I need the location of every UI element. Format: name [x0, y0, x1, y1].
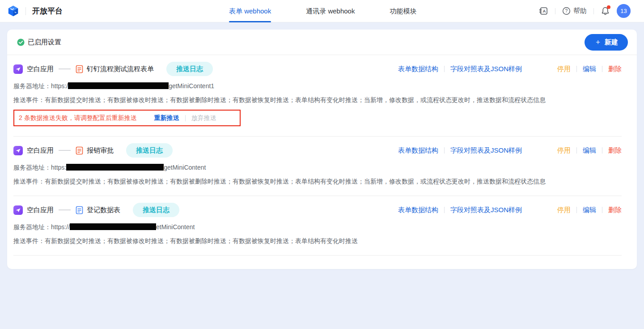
edit-link[interactable]: 编辑 — [583, 65, 596, 73]
action-divider — [576, 207, 577, 213]
card-header: 已启用设置 ＋ 新建 — [7, 30, 637, 55]
action-divider — [602, 66, 602, 72]
link-divider — [444, 66, 445, 72]
tab-label: 功能模块 — [390, 7, 416, 16]
server-address-row: 服务器地址：https://etMiniContent — [13, 222, 622, 231]
push-log-button[interactable]: 推送日志 — [166, 62, 213, 76]
form-data-structure-link[interactable]: 表单数据结构 — [398, 206, 438, 214]
app-icon — [13, 205, 23, 215]
app-name: 空白应用 — [27, 146, 54, 155]
brand: 开放平台 — [7, 5, 63, 17]
help-button[interactable]: ? 帮助 — [562, 7, 587, 15]
create-new-label: 新建 — [605, 38, 618, 47]
webhook-entry-list: 空白应用 钉钉流程测试流程表单 推送日志 表单数据结构 — [7, 55, 637, 260]
push-failure-message: 2 条数据推送失败，请调整配置后重新推送 — [19, 114, 137, 122]
webhook-entry: 空白应用 钉钉流程测试流程表单 推送日志 表单数据结构 — [13, 55, 622, 137]
delete-link[interactable]: 删除 — [608, 146, 622, 155]
top-navigation-bar: 开放平台 表单 webhook 通讯录 webhook 功能模块 A ? 帮助 — [0, 0, 644, 22]
create-new-button[interactable]: ＋ 新建 — [585, 34, 628, 51]
delete-link[interactable]: 删除 — [608, 206, 622, 214]
server-address-prefix: 服务器地址：https:// — [13, 223, 70, 231]
action-divider — [602, 207, 602, 213]
page-title: 开放平台 — [32, 6, 63, 16]
notification-bell-icon[interactable] — [601, 6, 610, 16]
push-events-row: 推送事件：有新数据提交时推送；有数据被修改时推送；有数据被删除时推送；有数据被恢… — [13, 236, 622, 245]
topbar-actions: A ? 帮助 13 — [539, 4, 631, 18]
translate-icon[interactable]: A — [539, 6, 548, 16]
connector-line — [59, 150, 71, 151]
redacted-url-bar — [68, 82, 169, 89]
plus-icon: ＋ — [594, 38, 602, 47]
field-mapping-json-link[interactable]: 字段对照表及JSON样例 — [450, 146, 522, 155]
question-icon: ? — [562, 7, 571, 15]
webhook-entry: 空白应用 报销审批 推送日志 表单数据结构 — [13, 137, 622, 196]
server-address-suffix: etMiniContent — [156, 223, 195, 231]
topbar-divider — [593, 8, 594, 14]
data-table-icon — [76, 206, 83, 214]
push-events-row: 推送事件：有新数据提交时推送；有数据被修改时推送；有数据被删除时推送；有数据被恢… — [13, 177, 622, 186]
help-label: 帮助 — [573, 7, 587, 15]
tab-contacts-webhook[interactable]: 通讯录 webhook — [306, 0, 355, 22]
avatar-count: 13 — [620, 8, 627, 14]
topbar-divider — [555, 8, 555, 14]
disable-link[interactable]: 停用 — [557, 65, 571, 73]
redacted-url-bar — [66, 164, 164, 171]
field-mapping-json-link[interactable]: 字段对照表及JSON样例 — [450, 206, 522, 214]
link-divider — [444, 147, 445, 154]
form-name: 报销审批 — [87, 146, 114, 155]
field-mapping-json-link[interactable]: 字段对照表及JSON样例 — [450, 65, 522, 73]
server-address-prefix: 服务器地址：https: — [13, 164, 66, 171]
action-divider — [576, 147, 577, 154]
panel-title: 已启用设置 — [28, 38, 61, 47]
action-divider — [576, 66, 577, 72]
push-log-button[interactable]: 推送日志 — [126, 143, 173, 158]
server-address-suffix: getMiniContent1 — [169, 82, 214, 90]
form-data-structure-link[interactable]: 表单数据结构 — [398, 65, 438, 73]
enabled-check-icon — [17, 38, 25, 46]
process-form-icon — [76, 146, 83, 155]
tab-label: 表单 webhook — [229, 7, 271, 16]
edit-link[interactable]: 编辑 — [583, 206, 596, 214]
disable-link[interactable]: 停用 — [557, 146, 571, 155]
cube-logo-icon — [7, 5, 19, 17]
push-log-button[interactable]: 推送日志 — [133, 203, 179, 217]
tab-function-modules[interactable]: 功能模块 — [390, 0, 416, 22]
primary-tabs: 表单 webhook 通讯录 webhook 功能模块 — [229, 0, 416, 22]
app-icon — [13, 64, 23, 74]
server-address-prefix: 服务器地址：https:/ — [13, 82, 68, 90]
link-divider — [444, 207, 445, 213]
form-name: 登记数据表 — [87, 206, 120, 214]
redacted-url-bar — [70, 223, 156, 230]
process-form-icon — [76, 65, 83, 73]
server-address-row: 服务器地址：https:/getMiniContent1 — [13, 81, 622, 90]
webhook-entry: 空白应用 登记数据表 推送日志 表单数据结构 — [13, 196, 622, 256]
form-name: 钉钉流程测试流程表单 — [87, 65, 154, 73]
server-address-row: 服务器地址：https:getMiniContent — [13, 163, 622, 172]
tab-label: 通讯录 webhook — [306, 7, 355, 16]
abandon-push-link[interactable]: 放弃推送 — [191, 114, 216, 122]
avatar-badge[interactable]: 13 — [617, 4, 631, 18]
push-events-row: 推送事件：有新数据提交时推送；有数据被修改时推送；有数据被删除时推送；有数据被恢… — [13, 95, 622, 104]
page-body: 已启用设置 ＋ 新建 — [0, 22, 644, 276]
disable-link[interactable]: 停用 — [557, 206, 571, 214]
connector-line — [59, 68, 71, 69]
action-divider — [602, 147, 602, 154]
delete-link[interactable]: 删除 — [608, 65, 622, 73]
enabled-settings-card: 已启用设置 ＋ 新建 — [7, 30, 637, 269]
app-name: 空白应用 — [27, 65, 54, 73]
retry-push-link[interactable]: 重新推送 — [154, 114, 179, 122]
server-address-suffix: getMiniContent — [164, 164, 206, 171]
push-failure-alert: 2 条数据推送失败，请调整配置后重新推送 重新推送 放弃推送 — [13, 110, 241, 126]
notification-dot — [607, 5, 610, 9]
brand-divider — [25, 7, 26, 15]
tab-form-webhook[interactable]: 表单 webhook — [229, 0, 271, 22]
app-icon — [13, 146, 23, 155]
app-name: 空白应用 — [27, 206, 54, 214]
edit-link[interactable]: 编辑 — [583, 146, 596, 155]
form-data-structure-link[interactable]: 表单数据结构 — [398, 146, 438, 155]
alert-divider — [185, 115, 186, 121]
connector-line — [59, 209, 71, 210]
svg-text:?: ? — [565, 9, 568, 13]
svg-text:A: A — [543, 9, 546, 13]
